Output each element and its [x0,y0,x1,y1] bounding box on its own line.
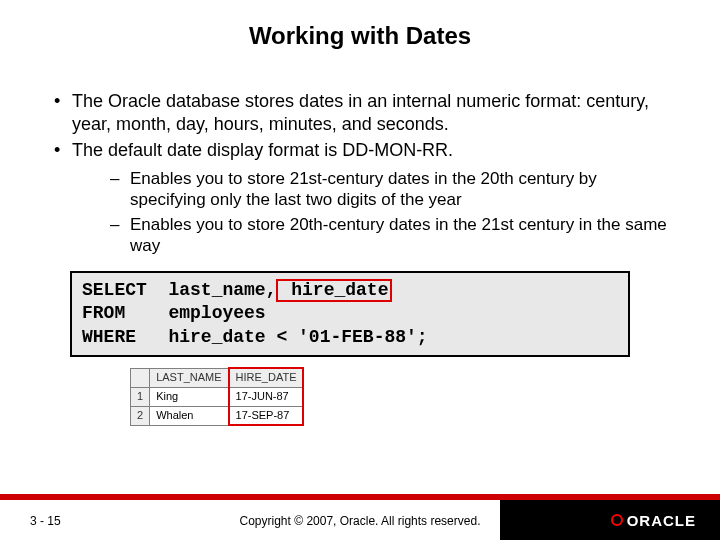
sql-highlight: hire_date [276,279,392,303]
table-header: LAST_NAME [150,368,229,387]
bullet-text: The default date display format is DD-MO… [72,140,453,160]
table-rownum: 1 [131,387,150,406]
bullet-item: The default date display format is DD-MO… [50,139,670,257]
sql-code-block: SELECT last_name, hire_date FROM employe… [70,271,630,358]
result-table: LAST_NAME HIRE_DATE 1 King 17-JUN-87 2 W… [130,367,304,426]
copyright-text: Copyright © 2007, Oracle. All rights res… [0,514,720,528]
sql-text: hire_date < '01-FEB-88'; [168,327,427,347]
sql-keyword: WHERE [82,327,136,347]
sql-keyword: FROM [82,303,125,323]
bullet-list: The Oracle database stores dates in an i… [50,90,670,257]
sub-bullet-item: Enables you to store 20th-century dates … [110,214,670,257]
slide: Working with Dates The Oracle database s… [0,0,720,540]
sql-text: last_name, [168,280,276,300]
table-row: 2 Whalen 17-SEP-87 [131,406,304,425]
bullet-item: The Oracle database stores dates in an i… [50,90,670,135]
sub-bullet-list: Enables you to store 21st-century dates … [72,168,670,257]
sub-bullet-item: Enables you to store 21st-century dates … [110,168,670,211]
table-row: 1 King 17-JUN-87 [131,387,304,406]
table-cell: Whalen [150,406,229,425]
table-header-sel [131,368,150,387]
slide-title: Working with Dates [0,0,720,50]
slide-body: The Oracle database stores dates in an i… [0,50,720,426]
table-rownum: 2 [131,406,150,425]
sql-text: employees [168,303,265,323]
table-cell-highlight: 17-JUN-87 [229,387,304,406]
table-header-row: LAST_NAME HIRE_DATE [131,368,304,387]
table-header-highlight: HIRE_DATE [229,368,304,387]
sql-keyword: SELECT [82,280,147,300]
table-cell-highlight: 17-SEP-87 [229,406,304,425]
table-cell: King [150,387,229,406]
